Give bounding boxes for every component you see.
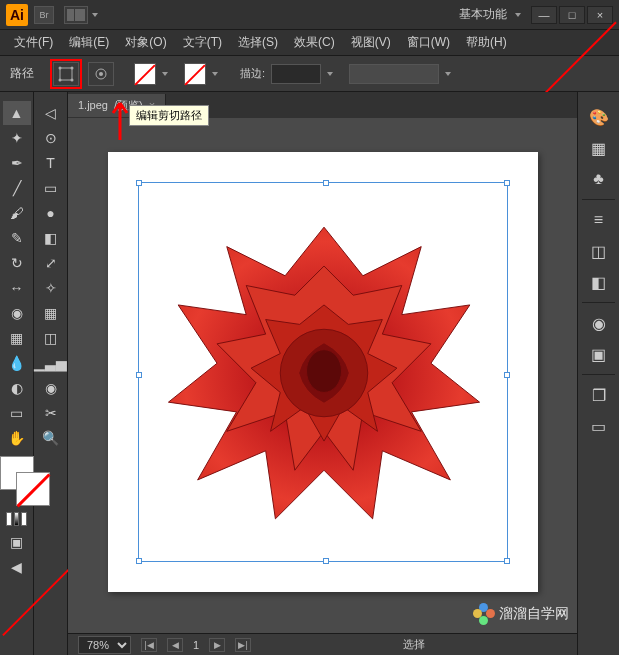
layout-icon[interactable] (64, 6, 88, 24)
symbol-sprayer-tool[interactable]: ◉ (37, 376, 65, 400)
window-minimize-button[interactable]: — (531, 6, 557, 24)
graphic-styles-panel-icon[interactable]: ▣ (584, 340, 614, 368)
color-mode-swatches (6, 512, 27, 526)
appearance-panel-icon[interactable]: ◉ (584, 309, 614, 337)
artboard[interactable] (108, 152, 538, 592)
nav-first-button[interactable]: |◀ (141, 638, 157, 652)
menu-window[interactable]: 窗口(W) (401, 31, 456, 54)
free-transform-tool[interactable]: ✧ (37, 276, 65, 300)
direct-selection-tool[interactable]: ◁ (37, 101, 65, 125)
eraser-tool[interactable]: ◧ (37, 226, 65, 250)
menu-view[interactable]: 视图(V) (345, 31, 397, 54)
selection-tool[interactable]: ▲ (3, 101, 31, 125)
window-close-button[interactable]: × (587, 6, 613, 24)
workspace-dropdown-icon[interactable] (515, 13, 521, 17)
menu-select[interactable]: 选择(S) (232, 31, 284, 54)
svg-point-4 (71, 78, 74, 81)
workspace-switcher[interactable]: 基本功能 (459, 6, 507, 23)
menu-edit[interactable]: 编辑(E) (63, 31, 115, 54)
rectangle-tool[interactable]: ▭ (37, 176, 65, 200)
menu-file[interactable]: 文件(F) (8, 31, 59, 54)
handle-tc[interactable] (323, 180, 329, 186)
screen-mode-button[interactable]: ▣ (3, 530, 31, 554)
scale-tool[interactable]: ⤢ (37, 251, 65, 275)
handle-bl[interactable] (136, 558, 142, 564)
color-picker[interactable] (0, 456, 50, 506)
pencil-tool[interactable]: ✎ (3, 226, 31, 250)
column-graph-tool[interactable]: ▁▃▅ (37, 351, 65, 375)
blob-brush-tool[interactable]: ● (37, 201, 65, 225)
menu-type[interactable]: 文字(T) (177, 31, 228, 54)
gradient-tool[interactable]: ◫ (37, 326, 65, 350)
svg-point-2 (71, 66, 74, 69)
layers-panel-icon[interactable]: ❐ (584, 381, 614, 409)
color-mode-solid[interactable] (6, 512, 12, 526)
handle-br[interactable] (504, 558, 510, 564)
svg-rect-0 (60, 68, 72, 80)
paintbrush-tool[interactable]: 🖌 (3, 201, 31, 225)
menu-effect[interactable]: 效果(C) (288, 31, 341, 54)
stroke-dropdown-icon[interactable] (212, 72, 218, 76)
menu-object[interactable]: 对象(O) (119, 31, 172, 54)
handle-mr[interactable] (504, 372, 510, 378)
highlight-annotation (50, 59, 82, 89)
brush-dropdown-icon[interactable] (445, 72, 451, 76)
window-maximize-button[interactable]: □ (559, 6, 585, 24)
stroke-panel-icon[interactable]: ≡ (584, 206, 614, 234)
app-logo: Ai (6, 4, 28, 26)
type-tool[interactable]: T (37, 151, 65, 175)
svg-point-6 (99, 72, 103, 76)
main-area: ▲ ✦ ✒ ╱ 🖌 ✎ ↻ ↔ ◉ ▦ 💧 ◐ ▭ ✋ ▣ ◀ ◁ ⊙ T ▭ … (0, 92, 619, 655)
eyedropper-tool[interactable]: 💧 (3, 351, 31, 375)
transparency-panel-icon[interactable]: ◧ (584, 268, 614, 296)
stroke-weight-select[interactable] (271, 64, 321, 84)
rotate-tool[interactable]: ↻ (3, 251, 31, 275)
nav-prev-button[interactable]: ◀ (167, 638, 183, 652)
bridge-icon[interactable]: Br (34, 6, 54, 24)
stroke-swatch[interactable] (184, 63, 206, 85)
magic-wand-tool[interactable]: ✦ (3, 126, 31, 150)
nav-next-button[interactable]: ▶ (209, 638, 225, 652)
handle-tl[interactable] (136, 180, 142, 186)
fill-swatch[interactable] (134, 63, 156, 85)
line-tool[interactable]: ╱ (3, 176, 31, 200)
mesh-tool[interactable]: ▦ (3, 326, 31, 350)
color-panel-icon[interactable]: 🎨 (584, 103, 614, 131)
toolbox-col-1: ▲ ✦ ✒ ╱ 🖌 ✎ ↻ ↔ ◉ ▦ 💧 ◐ ▭ ✋ ▣ ◀ (0, 92, 34, 655)
handle-bc[interactable] (323, 558, 329, 564)
width-tool[interactable]: ↔ (3, 276, 31, 300)
layout-dropdown-icon[interactable] (92, 13, 98, 17)
stroke-weight-dropdown-icon[interactable] (327, 72, 333, 76)
handle-tr[interactable] (504, 180, 510, 186)
options-mode-label: 路径 (10, 65, 34, 82)
tab-filename: 1.jpeg (78, 99, 108, 111)
perspective-grid-tool[interactable]: ▦ (37, 301, 65, 325)
slice-tool[interactable]: ✂ (37, 401, 65, 425)
shape-builder-tool[interactable]: ◉ (3, 301, 31, 325)
toolbox-toggle[interactable]: ◀ (3, 555, 31, 579)
color-mode-none[interactable] (21, 512, 27, 526)
fill-dropdown-icon[interactable] (162, 72, 168, 76)
zoom-tool[interactable]: 🔍 (37, 426, 65, 450)
zoom-level-select[interactable]: 78% (78, 636, 131, 654)
stroke-color-icon[interactable] (16, 472, 50, 506)
stroke-label: 描边: (240, 66, 265, 81)
symbols-panel-icon[interactable]: ♣ (584, 165, 614, 193)
color-mode-gradient[interactable] (14, 512, 20, 526)
hand-tool[interactable]: ✋ (3, 426, 31, 450)
nav-last-button[interactable]: ▶| (235, 638, 251, 652)
artboards-panel-icon[interactable]: ▭ (584, 412, 614, 440)
artboard-tool[interactable]: ▭ (3, 401, 31, 425)
menu-help[interactable]: 帮助(H) (460, 31, 513, 54)
gradient-panel-icon[interactable]: ◫ (584, 237, 614, 265)
edit-clipping-path-button[interactable] (53, 62, 79, 86)
pen-tool[interactable]: ✒ (3, 151, 31, 175)
swatches-panel-icon[interactable]: ▦ (584, 134, 614, 162)
lasso-tool[interactable]: ⊙ (37, 126, 65, 150)
brush-select[interactable] (349, 64, 439, 84)
edit-contents-button[interactable] (88, 62, 114, 86)
handle-ml[interactable] (136, 372, 142, 378)
blend-tool[interactable]: ◐ (3, 376, 31, 400)
rose-image[interactable] (149, 193, 499, 553)
selection-bounding-box[interactable] (138, 182, 508, 562)
